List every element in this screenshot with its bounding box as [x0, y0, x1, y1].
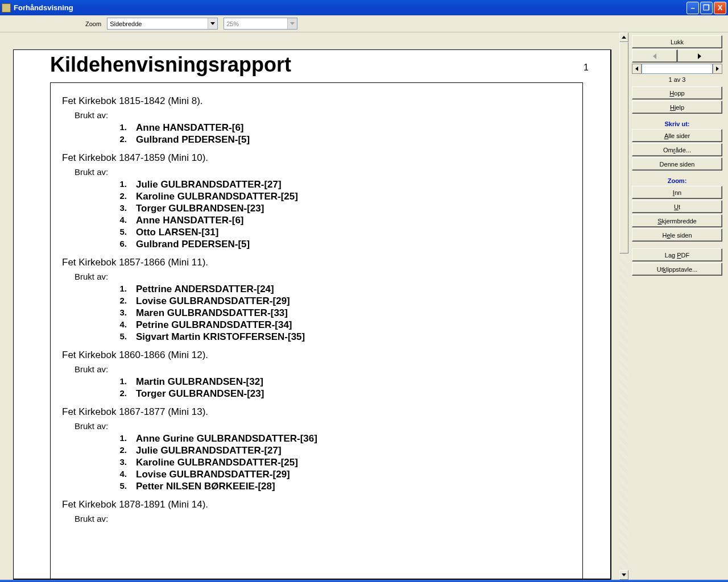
entry-name: Pettrine ANDERSDATTER-[24]: [136, 284, 274, 295]
scroll-up-button[interactable]: [619, 32, 628, 42]
entry-number: 1.: [107, 284, 127, 295]
entry-name: Petter NILSEN BØRKEEIE-[28]: [136, 481, 275, 492]
entry-row: 1.Anne Gurine GULBRANDSDATTER-[36]: [107, 433, 571, 444]
zoom-mode-select[interactable]: Sidebredde: [107, 18, 218, 30]
entry-name: Anne HANSDATTER-[6]: [136, 215, 244, 226]
entry-row: 3.Maren GULBRANDSDATTER-[33]: [107, 307, 571, 319]
entry-name: Karoline GULBRANDSDATTER-[25]: [136, 457, 298, 468]
entry-number: 4.: [107, 469, 127, 480]
entry-name: Torger GULBRANDSEN-[23]: [136, 203, 264, 214]
entry-name: Lovise GULBRANDSDATTER-[29]: [136, 296, 290, 307]
print-this-button[interactable]: Denne siden: [632, 157, 722, 171]
toolbar: Zoom Sidebredde 25%: [0, 15, 728, 32]
entry-number: 1.: [107, 376, 127, 388]
entry-number: 6.: [107, 239, 127, 250]
entry-number: 4.: [107, 319, 127, 331]
entry-row: 2.Julie GULBRANDSDATTER-[27]: [107, 445, 571, 456]
entry-row: 5.Otto LARSEN-[31]: [107, 227, 571, 238]
zoom-label: Zoom: [85, 20, 101, 27]
page-input-left[interactable]: [632, 64, 642, 74]
print-all-button[interactable]: Alle sider: [632, 129, 722, 142]
entry-number: 2.: [107, 445, 127, 456]
entry-name: Anne Gurine GULBRANDSDATTER-[36]: [136, 433, 317, 444]
print-section-label: Skriv ut:: [632, 120, 722, 127]
entry-row: 2.Karoline GULBRANDSDATTER-[25]: [107, 191, 571, 202]
entry-row: 2.Gulbrand PEDERSEN-[5]: [107, 134, 571, 146]
source-title: Fet Kirkebok 1857-1866 (Mini 11).: [62, 257, 571, 268]
zoom-width-button[interactable]: Skjermbredde: [632, 214, 722, 227]
entry-name: Karoline GULBRANDSDATTER-[25]: [136, 191, 298, 202]
entry-row: 1.Pettrine ANDERSDATTER-[24]: [107, 284, 571, 295]
entry-name: Gulbrand PEDERSEN-[5]: [136, 134, 250, 146]
chevron-down-icon: [287, 18, 297, 29]
entry-row: 5.Petter NILSEN BØRKEEIE-[28]: [107, 481, 571, 492]
document-page: Kildehenvisningsrapport 1 Fet Kirkebok 1…: [13, 49, 611, 580]
help-button[interactable]: Hjelp: [632, 101, 722, 114]
clipboard-button[interactable]: Utklippstavle...: [632, 263, 722, 276]
source-title: Fet Kirkebok 1847-1859 (Mini 10).: [62, 152, 571, 164]
entry-number: 4.: [107, 215, 127, 226]
entry-name: Lovise GULBRANDSDATTER-[29]: [136, 469, 290, 480]
entry-name: Julie GULBRANDSDATTER-[27]: [136, 179, 282, 190]
close-preview-button[interactable]: Lukk: [632, 35, 722, 48]
side-panel: Lukk 1 av 3 Hopp Hjelp Skriv ut: Alle si…: [628, 32, 728, 580]
zoom-out-button[interactable]: Ut: [632, 200, 722, 213]
source-title: Fet Kirkebok 1860-1866 (Mini 12).: [62, 350, 571, 361]
entry-number: 3.: [107, 203, 127, 214]
scroll-down-button[interactable]: [619, 570, 628, 580]
page-number: 1: [584, 63, 589, 73]
entry-name: Maren GULBRANDSDATTER-[33]: [136, 307, 288, 319]
window-title: Forhåndsvisning: [14, 3, 73, 12]
used-by-label: Brukt av:: [75, 167, 571, 177]
titlebar: Forhåndsvisning – ❐ X: [0, 0, 728, 15]
page-input[interactable]: [642, 64, 713, 74]
next-page-button[interactable]: [677, 49, 723, 63]
entry-row: 6.Gulbrand PEDERSEN-[5]: [107, 239, 571, 250]
maximize-button[interactable]: ❐: [700, 2, 713, 14]
report-body: Fet Kirkebok 1815-1842 (Mini 8).Brukt av…: [50, 82, 583, 580]
used-by-label: Brukt av:: [75, 110, 571, 120]
goto-button[interactable]: Hopp: [632, 86, 722, 99]
page-input-right[interactable]: [713, 64, 722, 74]
zoom-page-button[interactable]: Hele siden: [632, 228, 722, 242]
entry-row: 2.Lovise GULBRANDSDATTER-[29]: [107, 296, 571, 307]
entry-number: 2.: [107, 296, 127, 307]
entry-name: Torger GULBRANDSEN-[23]: [136, 388, 264, 400]
entry-name: Petrine GULBRANDSDATTER-[34]: [136, 319, 292, 331]
scroll-track[interactable]: [619, 42, 628, 570]
vertical-scrollbar[interactable]: [619, 32, 628, 580]
used-by-label: Brukt av:: [75, 364, 571, 374]
print-range-button[interactable]: Område...: [632, 143, 722, 156]
zoom-mode-value: Sidebredde: [107, 20, 208, 27]
page-indicator: 1 av 3: [632, 76, 722, 83]
entry-number: 1.: [107, 122, 127, 134]
zoom-pct-value: 25%: [224, 20, 287, 27]
pdf-button[interactable]: Lag PDF: [632, 248, 722, 261]
close-button[interactable]: X: [714, 2, 726, 14]
entry-row: 1.Anne HANSDATTER-[6]: [107, 122, 571, 134]
used-by-label: Brukt av:: [75, 514, 571, 523]
entry-row: 4.Anne HANSDATTER-[6]: [107, 215, 571, 226]
entry-row: 4.Lovise GULBRANDSDATTER-[29]: [107, 469, 571, 480]
used-by-label: Brukt av:: [75, 421, 571, 431]
entry-name: Otto LARSEN-[31]: [136, 227, 218, 238]
entry-name: Gulbrand PEDERSEN-[5]: [136, 239, 250, 250]
zoom-in-button[interactable]: Inn: [632, 186, 722, 199]
zoom-pct-select: 25%: [224, 18, 297, 30]
entry-row: 3.Torger GULBRANDSEN-[23]: [107, 203, 571, 214]
source-title: Fet Kirkebok 1878-1891 (Mini 14).: [62, 499, 571, 510]
minimize-button[interactable]: –: [686, 2, 699, 14]
used-by-label: Brukt av:: [75, 272, 571, 281]
entry-number: 3.: [107, 457, 127, 468]
scroll-thumb[interactable]: [619, 42, 628, 253]
entry-row: 4.Petrine GULBRANDSDATTER-[34]: [107, 319, 571, 331]
entry-number: 2.: [107, 388, 127, 400]
entry-row: 5.Sigvart Martin KRISTOFFERSEN-[35]: [107, 331, 571, 343]
entry-name: Sigvart Martin KRISTOFFERSEN-[35]: [136, 331, 305, 343]
chevron-down-icon: [208, 18, 217, 29]
entry-number: 1.: [107, 179, 127, 190]
taskbar: [0, 580, 728, 582]
app-icon: [2, 3, 11, 13]
entry-row: 3.Karoline GULBRANDSDATTER-[25]: [107, 457, 571, 468]
prev-page-button[interactable]: [632, 49, 677, 63]
